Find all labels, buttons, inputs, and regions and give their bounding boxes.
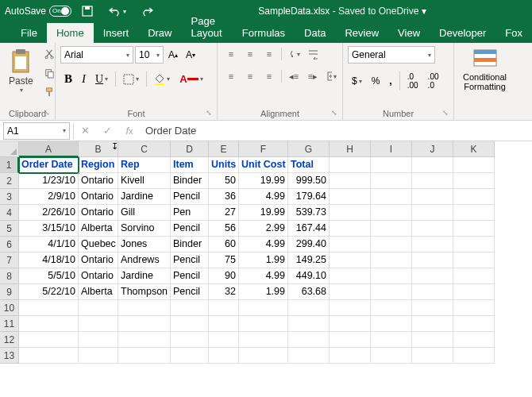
cell[interactable] <box>288 348 330 364</box>
cell[interactable]: 149.25 <box>288 252 330 268</box>
cell[interactable] <box>171 348 209 364</box>
cell[interactable] <box>171 332 209 348</box>
cell[interactable] <box>371 284 412 300</box>
cell[interactable]: Quebec <box>79 237 118 252</box>
conditional-formatting-button[interactable]: Conditional Formatting <box>459 46 511 94</box>
cell[interactable] <box>330 205 371 221</box>
cell[interactable]: Ontario <box>79 252 118 268</box>
col-header-D[interactable]: D <box>171 141 209 157</box>
formula-input[interactable] <box>141 122 532 140</box>
cell[interactable] <box>371 221 412 237</box>
italic-button[interactable]: I <box>78 70 90 88</box>
cell[interactable]: Jardine <box>118 268 171 284</box>
cell[interactable] <box>371 205 412 221</box>
tab-formulas[interactable]: Formulas <box>233 23 295 43</box>
cell[interactable] <box>453 221 495 237</box>
cell[interactable] <box>288 316 330 332</box>
cell[interactable]: Item <box>171 157 209 173</box>
cell[interactable] <box>412 332 453 348</box>
decrease-decimal-icon[interactable]: .00.0 <box>424 70 443 92</box>
align-right-icon[interactable]: ≡ <box>260 68 278 84</box>
cell[interactable]: 179.64 <box>288 189 330 205</box>
tab-data[interactable]: Data <box>295 23 335 43</box>
col-header-I[interactable]: I <box>371 141 412 157</box>
cell[interactable] <box>453 300 495 316</box>
fill-color-icon[interactable]: ▾ <box>150 70 174 88</box>
cell[interactable] <box>209 348 239 364</box>
col-header-F[interactable]: F <box>239 141 288 157</box>
increase-indent-icon[interactable]: ≡▸ <box>304 68 322 84</box>
cell[interactable] <box>239 332 288 348</box>
cell[interactable] <box>371 189 412 205</box>
cell[interactable] <box>371 316 412 332</box>
row-header[interactable]: 1 <box>0 157 19 173</box>
cell[interactable] <box>371 300 412 316</box>
cell[interactable]: Andrews <box>118 252 171 268</box>
cell[interactable] <box>19 300 79 316</box>
col-header-C[interactable]: C <box>118 141 171 157</box>
col-header-B[interactable]: B↧ <box>79 141 118 157</box>
cell[interactable]: Order Date <box>19 157 79 173</box>
cell[interactable]: Rep <box>118 157 171 173</box>
cell[interactable] <box>330 221 371 237</box>
cell[interactable] <box>453 237 495 252</box>
cell[interactable] <box>412 284 453 300</box>
cell[interactable] <box>118 300 171 316</box>
cell[interactable]: 299.40 <box>288 237 330 252</box>
cell[interactable] <box>453 284 495 300</box>
cell[interactable]: 56 <box>209 221 239 237</box>
cell[interactable] <box>330 173 371 189</box>
name-box[interactable]: A1▾ <box>3 122 70 140</box>
cell[interactable] <box>453 252 495 268</box>
cell[interactable]: Jones <box>118 237 171 252</box>
col-header-E[interactable]: E <box>209 141 239 157</box>
cell[interactable] <box>171 316 209 332</box>
cell[interactable] <box>453 189 495 205</box>
cell[interactable]: Gill <box>118 205 171 221</box>
cell[interactable]: 5/22/10 <box>19 284 79 300</box>
cell[interactable]: 449.10 <box>288 268 330 284</box>
cell[interactable] <box>371 252 412 268</box>
cell[interactable]: Ontario <box>79 268 118 284</box>
row-header[interactable]: 9 <box>0 284 19 300</box>
cell[interactable] <box>209 300 239 316</box>
cell[interactable] <box>330 348 371 364</box>
cell[interactable]: Pencil <box>171 252 209 268</box>
col-header-J[interactable]: J <box>412 141 453 157</box>
row-header[interactable]: 4 <box>0 205 19 221</box>
cell[interactable] <box>371 332 412 348</box>
cell[interactable]: 167.44 <box>288 221 330 237</box>
cell[interactable]: 4.99 <box>239 237 288 252</box>
cell[interactable]: Ontario <box>79 189 118 205</box>
cell[interactable] <box>453 316 495 332</box>
cell[interactable]: Total <box>288 157 330 173</box>
cell[interactable] <box>79 332 118 348</box>
row-header[interactable]: 3 <box>0 189 19 205</box>
cell[interactable] <box>453 205 495 221</box>
enter-icon[interactable]: ✓ <box>96 122 118 140</box>
col-header-A[interactable]: A <box>19 141 79 157</box>
row-header[interactable]: 6 <box>0 237 19 252</box>
cell[interactable] <box>453 268 495 284</box>
cell[interactable] <box>371 237 412 252</box>
orientation-icon[interactable]: ⤹▾ <box>285 46 303 62</box>
row-header[interactable]: 8 <box>0 268 19 284</box>
row-header[interactable]: 13 <box>0 348 19 364</box>
cell[interactable] <box>453 332 495 348</box>
cell[interactable] <box>412 221 453 237</box>
cell[interactable] <box>412 316 453 332</box>
cell[interactable]: Units <box>209 157 239 173</box>
cell[interactable] <box>209 316 239 332</box>
cell[interactable]: 2/26/10 <box>19 205 79 221</box>
row-header[interactable]: 10 <box>0 300 19 316</box>
cell[interactable] <box>412 189 453 205</box>
font-size-select[interactable]: 10▾ <box>135 46 164 64</box>
cell[interactable] <box>19 348 79 364</box>
cell[interactable]: Pencil <box>171 221 209 237</box>
cell[interactable]: Ontario <box>79 173 118 189</box>
cell[interactable] <box>412 268 453 284</box>
cancel-icon[interactable]: ✕ <box>74 122 96 140</box>
cell[interactable] <box>330 237 371 252</box>
cell[interactable]: Pencil <box>171 284 209 300</box>
cell[interactable] <box>412 237 453 252</box>
